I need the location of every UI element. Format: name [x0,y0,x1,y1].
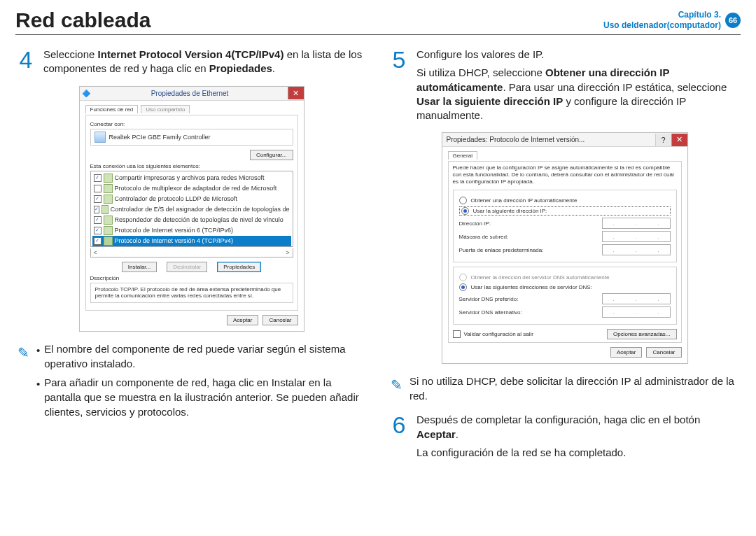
note1-b2: Para añadir un componente de red, haga c… [44,375,368,419]
chapter-line2: Uso deldenador(computador) [603,20,721,31]
tab-sharing[interactable]: Uso compartido [141,105,190,113]
page-number: 66 [725,13,741,28]
step-6: 6 Después de completar la configuración,… [388,413,741,460]
step-5: 5 Configure los valores de IP. Si utiliz… [388,48,741,122]
mask-field[interactable]: ... [602,231,671,242]
note-1: ✎ •El nombre del componente de red puede… [15,341,368,423]
properties-button[interactable]: Propiedades [217,262,261,272]
configure-button[interactable]: Configurar... [250,150,293,160]
step-6-text: Después de completar la configuración, h… [416,413,741,460]
uninstall-button[interactable]: Desinstalar [167,262,207,272]
radio-auto-ip[interactable]: Obtener una dirección IP automáticamente [459,197,671,204]
t: . [272,62,275,74]
t: . [456,428,458,440]
components-list[interactable]: ✓Compartir impresoras y archivos para re… [90,171,293,247]
win2-help: Puede hacer que la configuración IP se a… [453,164,677,185]
ethernet-properties-window: 🔷 Propiedades de Ethernet ✕ Funciones de… [79,86,304,332]
ok-button[interactable]: Aceptar [610,347,643,358]
header-rule [15,34,741,35]
list-item-selected[interactable]: Protocolo de Internet versión 4 (TCP/IPv… [115,237,234,244]
t: Aceptar [416,428,456,440]
note-icon: ✎ [388,374,404,403]
validate-checkbox[interactable]: Validar configuración al salir [453,330,533,338]
step-5-text: Configure los valores de IP. Si utiliza … [416,48,741,122]
t: Si utiliza DHCP, seleccione [416,66,545,78]
tab-network[interactable]: Funciones de red [85,105,139,113]
t: Propiedades [209,62,272,74]
cancel-button[interactable]: Cancelar [646,347,681,358]
help-button[interactable]: ? [655,134,671,146]
step-4: 4 Seleccione Internet Protocol Version 4… [15,48,368,76]
dns1-label: Servidor DNS preferido: [459,296,602,302]
radio-auto-dns: Obtener la dirección del servidor DNS au… [459,274,671,281]
t: Usar la siguiente dirección IP [416,95,563,107]
ip-label: Dirección IP: [459,220,602,227]
t: Internet Protocol Version 4(TCP/IPv4) [98,48,284,60]
close-button[interactable]: ✕ [671,134,687,146]
chapter-line1: Capítulo 3. [603,10,721,20]
radio-manual-ip[interactable]: Usar la siguiente dirección IP: [459,206,671,216]
tab-general[interactable]: General [448,151,477,160]
list-item[interactable]: Protocolo de Internet versión 6 (TCP/IPv… [115,227,234,234]
adapter-field: Realtek PCIe GBE Family Controller [90,129,293,146]
list-item[interactable]: Compartir impresoras y archivos para red… [115,174,265,181]
close-button[interactable]: ✕ [288,87,304,99]
t: . Para usar una dirección IP estática, s… [503,81,727,93]
adapter-name: Realtek PCIe GBE Family Controller [109,134,211,141]
note-2: ✎ Si no utiliza DHCP, debe solicitar la … [388,374,741,403]
mask-label: Máscara de subred: [459,234,602,240]
ipv4-properties-window: Propiedades: Protocolo de Internet versi… [442,132,688,364]
chapter-label: Capítulo 3. Uso deldenador(computador) [603,10,721,31]
desc-text: Protocolo TCP/IP. El protocolo de red de… [90,283,293,303]
page-title: Red cableada [15,8,150,32]
ip-field[interactable]: ... [602,218,671,229]
t: La configuración de la red se ha complet… [416,446,741,460]
t: Configure los valores de IP. [416,48,741,62]
list-item[interactable]: Respondedor de detección de topologías d… [115,216,284,223]
connect-label: Conectar con: [90,121,293,127]
t: Después de completar la configuración, h… [416,414,700,425]
list-item[interactable]: Controlador de protocolo LLDP de Microso… [115,195,237,202]
step-4-number: 4 [15,48,36,76]
dns2-label: Servidor DNS alternativo: [459,309,602,316]
dns2-field[interactable]: ... [602,306,671,318]
desc-label: Descripción [90,275,293,281]
advanced-button[interactable]: Opciones avanzadas... [607,329,676,339]
note-icon: ✎ [15,341,31,423]
list-item[interactable]: Controlador de E/S del asignador de dete… [111,206,290,213]
note1-b1: El nombre del componente de red puede va… [44,341,368,371]
gw-field[interactable]: ... [602,244,671,255]
list-item[interactable]: Protocolo de multiplexor de adaptador de… [115,185,277,192]
step-6-number: 6 [388,413,410,460]
win2-title: Propiedades: Protocolo de Internet versi… [442,133,655,146]
cancel-button[interactable]: Cancelar [262,315,298,325]
t: Seleccione [43,48,98,60]
dns1-field[interactable]: ... [602,293,671,304]
step-4-text: Seleccione Internet Protocol Version 4(T… [43,48,368,76]
install-button[interactable]: Instalar... [122,262,157,272]
step-5-number: 5 [388,48,410,122]
radio-manual-dns[interactable]: Usar las siguientes direcciones de servi… [459,283,671,291]
win1-title: Propiedades de Ethernet [92,87,288,100]
nic-icon [94,132,106,143]
gw-label: Puerta de enlace predeterminada: [459,247,602,253]
ok-button[interactable]: Aceptar [227,315,259,325]
scrollbar[interactable]: <> [90,248,293,258]
elements-label: Esta conexión usa los siguientes element… [90,163,293,169]
note2-text: Si no utiliza DHCP, debe solicitar la di… [410,375,734,402]
